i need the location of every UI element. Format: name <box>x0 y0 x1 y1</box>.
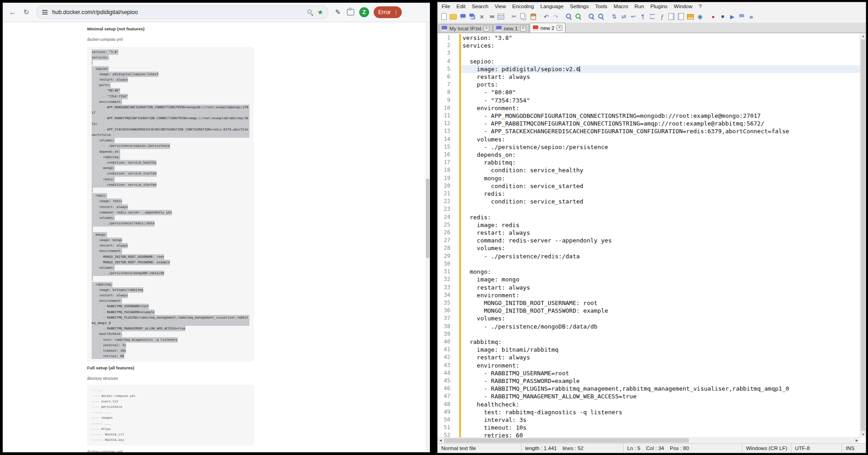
editor-lines[interactable]: 1 version: "3.8" 2 services: 3 4 sepioo: <box>438 34 860 437</box>
editor-line[interactable]: 11 - APP_MONGODBCONFIGURATION_CONNECTION… <box>438 112 860 120</box>
menu-item[interactable]: ? <box>696 4 705 9</box>
page-scrollbar-thumb[interactable] <box>426 179 429 258</box>
editor-line[interactable]: 23 <box>438 205 860 213</box>
menu-item[interactable]: Macro <box>610 4 631 9</box>
close-all-icon[interactable] <box>487 12 496 21</box>
editor-line[interactable]: 14 volumes: <box>438 136 860 143</box>
editor-line[interactable]: 41 image: bitnami/rabbitmq <box>438 346 860 353</box>
editor-line[interactable]: 4 sepioo: <box>438 58 860 65</box>
editor-line[interactable]: 12 - APP_RABBITMQCONFIGURATION_CONNECTIO… <box>438 120 860 127</box>
file-tab[interactable]: new 2 <box>530 23 566 33</box>
editor-line[interactable]: 6 restart: always <box>438 73 860 81</box>
menu-item[interactable]: Window <box>671 4 696 9</box>
replace-icon[interactable] <box>574 12 583 21</box>
editor-line[interactable]: 1 version: "3.8" <box>438 34 860 42</box>
editor-line[interactable]: 50 interval: 3s <box>438 416 860 424</box>
doc-switcher-icon[interactable] <box>677 12 685 21</box>
zoom-out-icon[interactable] <box>597 12 605 21</box>
vertical-scrollbar-thumb[interactable] <box>861 39 865 431</box>
reload-icon[interactable] <box>20 6 33 19</box>
editor-line[interactable]: 19 mongo: <box>438 174 860 182</box>
address-bar[interactable]: hub.docker.com/r/pdidigital/sepioo <box>36 5 328 19</box>
editor-line[interactable]: 8 - "80:80" <box>438 88 860 96</box>
bookmark-star-icon[interactable] <box>317 8 323 16</box>
editor-line[interactable]: 48 healthcheck: <box>438 401 860 408</box>
find-icon[interactable] <box>565 12 573 21</box>
edit-extension-icon[interactable] <box>332 6 344 18</box>
indent-guide-icon[interactable] <box>648 12 657 21</box>
word-wrap-icon[interactable] <box>629 12 638 21</box>
editor-line[interactable]: 38 - ./persistence/mongoDB:/data/db <box>438 323 860 330</box>
browser-error-menu[interactable]: Error <box>374 6 402 18</box>
editor-line[interactable]: 45 - RABBITMQ_PASSWORD=example <box>438 377 860 385</box>
stop-macro-icon[interactable] <box>718 12 727 21</box>
undo-icon[interactable] <box>542 12 551 21</box>
horizontal-scrollbar-thumb[interactable] <box>444 438 689 443</box>
new-file-icon[interactable] <box>439 12 448 21</box>
editor-line[interactable]: 39 <box>438 330 860 338</box>
editor-line[interactable]: 37 volumes: <box>438 315 860 322</box>
scroll-right-icon[interactable]: ▶ <box>854 438 860 443</box>
editor-line[interactable]: 36 MONGO_INITDB_ROOT_PASSWORD: example <box>438 307 860 315</box>
editor-line[interactable]: 10 environment: <box>438 104 860 112</box>
menu-item[interactable]: Run <box>631 4 647 9</box>
monitoring-icon[interactable] <box>696 12 704 21</box>
status-eol-format[interactable]: Windows (CR LF) <box>742 444 791 453</box>
tab-close-icon[interactable] <box>520 26 526 32</box>
editor-line[interactable]: 22 condition: service_started <box>438 198 860 205</box>
editor-line[interactable]: 40 rabbitmq: <box>438 338 860 346</box>
cut-icon[interactable] <box>510 12 518 21</box>
run-multiple-icon[interactable] <box>747 12 756 21</box>
editor-line[interactable]: 30 <box>438 260 860 268</box>
menu-item[interactable]: Edit <box>454 4 469 9</box>
editor-line[interactable]: 42 restart: always <box>438 353 860 361</box>
scroll-down-icon[interactable]: ▼ <box>860 431 866 437</box>
editor-line[interactable]: 21 redis: <box>438 190 860 198</box>
open-folder-icon[interactable] <box>449 12 458 21</box>
editor-line[interactable]: 5 image: pdidigital/sepioo:v2.6 <box>438 65 860 73</box>
zoom-in-icon[interactable] <box>587 12 596 21</box>
tune-icon[interactable] <box>42 12 48 13</box>
editor-line[interactable]: 34 environment: <box>438 291 860 299</box>
menu-item[interactable]: File <box>439 4 454 9</box>
status-encoding[interactable]: UTF-8 <box>791 444 842 453</box>
editor-line[interactable]: 2 services: <box>438 42 860 49</box>
horizontal-scrollbar[interactable]: ◀ ▶ <box>438 437 860 443</box>
menu-item[interactable]: Settings <box>567 4 592 9</box>
file-tab[interactable]: My local IP.txt <box>439 24 493 33</box>
folder-workspace-icon[interactable] <box>686 12 695 21</box>
search-icon[interactable] <box>307 9 314 16</box>
save-macro-icon[interactable] <box>737 12 746 21</box>
editor-line[interactable]: 20 condition: service_started <box>438 182 860 190</box>
editor-line[interactable]: 25 image: redis <box>438 221 860 229</box>
play-macro-icon[interactable] <box>728 12 736 21</box>
editor-line[interactable]: 27 command: redis-server --appendonly ye… <box>438 237 860 244</box>
sync-scroll-h-icon[interactable] <box>619 12 628 21</box>
back-icon[interactable] <box>6 6 19 19</box>
doc-map-icon[interactable] <box>667 12 676 21</box>
editor-line[interactable]: 3 <box>438 49 860 57</box>
editor-line[interactable]: 32 image: mongo <box>438 276 860 283</box>
editor-line[interactable]: 28 volumes: <box>438 244 860 252</box>
editor[interactable]: 1 version: "3.8" 2 services: 3 4 sepioo: <box>438 33 866 443</box>
menu-item[interactable]: Search <box>468 4 491 9</box>
profile-avatar[interactable]: Z <box>359 7 369 17</box>
paste-icon[interactable] <box>529 12 537 21</box>
menu-item[interactable]: Language <box>537 4 566 9</box>
tab-close-icon[interactable] <box>556 25 562 31</box>
scroll-up-icon[interactable]: ▲ <box>860 33 866 39</box>
url-text[interactable]: hub.docker.com/r/pdidigital/sepioo <box>52 9 138 15</box>
save-icon[interactable] <box>458 12 467 21</box>
scroll-left-icon[interactable]: ◀ <box>438 438 444 443</box>
editor-line[interactable]: 13 - APP_STACKEXCHANGEREDISCACHECONFIGUR… <box>438 127 860 135</box>
copy-icon[interactable] <box>519 12 528 21</box>
menu-item[interactable]: Plugins <box>647 4 671 9</box>
editor-line[interactable]: 35 MONGO_INITDB_ROOT_USERNAME: root <box>438 299 860 307</box>
close-icon[interactable] <box>478 12 486 21</box>
record-macro-icon[interactable] <box>709 12 717 21</box>
show-all-chars-icon[interactable] <box>639 12 647 21</box>
editor-line[interactable]: 33 restart: always <box>438 284 860 291</box>
file-tab[interactable]: new 1 <box>493 24 529 33</box>
editor-line[interactable]: 17 rabbitmq: <box>438 159 860 166</box>
print-icon[interactable] <box>497 12 505 21</box>
